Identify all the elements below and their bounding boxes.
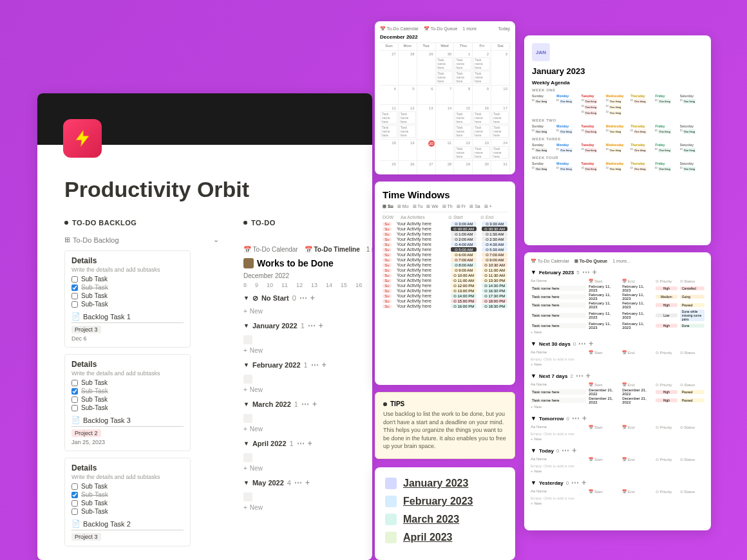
agenda-checkbox-item[interactable]: ☐ One thing <box>655 98 678 104</box>
today-button[interactable]: Today <box>498 26 510 32</box>
toggle-icon[interactable]: ▼ <box>243 440 249 447</box>
calendar-task[interactable]: Task name here <box>492 146 509 159</box>
tab-todo-calendar[interactable]: 📅 To-Do Calendar <box>531 259 569 264</box>
calendar-cell[interactable]: 19 <box>399 140 417 161</box>
new-button[interactable]: +New <box>243 425 372 433</box>
new-button[interactable]: + New <box>531 405 704 409</box>
agenda-checkbox-item[interactable]: ☐ One thing <box>532 147 555 153</box>
tab-more[interactable]: 1 more <box>462 26 477 32</box>
subtask-checkbox[interactable] <box>71 492 78 498</box>
calendar-cell[interactable]: 24Task name here <box>491 140 510 161</box>
day-tab-sa[interactable]: ⊞ Sa <box>469 204 480 209</box>
agenda-checkbox-item[interactable]: ☐ One thing <box>606 166 629 172</box>
add-icon[interactable]: + <box>582 478 586 487</box>
subtask-checkbox[interactable] <box>71 293 78 299</box>
time-window-row[interactable]: SuYour Activity here⊙ 8:00 AM⊙ 10:30 AM <box>383 263 507 267</box>
day-tab-mo[interactable]: ⊞ Mo <box>397 204 409 209</box>
time-window-row[interactable]: SuYour Activity here⊙ 00:00 AM⊙ 00:30 AM <box>383 227 507 231</box>
more-icon[interactable]: ⋯ <box>301 400 309 409</box>
new-button[interactable]: + New <box>531 437 704 441</box>
subtask-checkbox[interactable] <box>71 276 78 283</box>
time-window-row[interactable]: SuYour Activity here⊙ 1:00 AM⊙ 1:30 AM <box>383 232 507 236</box>
agenda-checkbox-item[interactable]: ☐ One thing <box>556 129 580 135</box>
subtask-row[interactable]: Sub-Task <box>71 387 184 395</box>
calendar-cell[interactable]: 17Task name hereTask name here <box>491 105 510 140</box>
time-window-row[interactable]: SuYour Activity here⊙ 13:00 PM⊙ 16:30 PM <box>383 288 507 293</box>
subtask-row[interactable]: Sub-Task <box>71 284 184 291</box>
agenda-checkbox-item[interactable]: ☐ One thing <box>556 147 580 153</box>
timeline-group-header[interactable]: ▼April 20221⋯+ <box>243 439 372 448</box>
agenda-checkbox-item[interactable]: ☐ One thing <box>556 98 580 104</box>
toggle-icon[interactable]: ▼ <box>531 480 536 486</box>
new-button[interactable]: +New <box>243 347 372 354</box>
calendar-cell[interactable]: 7 <box>436 86 455 105</box>
time-window-row[interactable]: SuYour Activity here⊙ 10:00 AM⊙ 11:30 AM <box>383 273 507 277</box>
calendar-task[interactable]: Task name here <box>473 125 490 138</box>
subtask-row[interactable]: Sub-Task <box>71 491 184 498</box>
calendar-cell[interactable]: 22Task name here <box>454 140 473 161</box>
add-icon[interactable]: + <box>582 414 587 423</box>
toggle-icon[interactable]: ▼ <box>531 269 536 275</box>
calendar-task[interactable]: Task name here <box>473 57 490 70</box>
agenda-checkbox-item[interactable]: ☐ One thing <box>630 166 654 172</box>
agenda-checkbox-item[interactable]: ☐ One thing <box>582 166 605 172</box>
calendar-cell[interactable]: 1Task name hereTask name here <box>454 51 473 86</box>
subtask-checkbox[interactable] <box>71 388 78 395</box>
time-window-row[interactable]: SuYour Activity here⊙ 9:00 AM⊙ 11:00 AM <box>383 268 507 272</box>
tab-todo-queue[interactable]: 📅 To-Do Queue <box>424 26 457 32</box>
calendar-cell[interactable]: 2Task name hereTask name here <box>473 51 491 86</box>
day-tab-th[interactable]: ⊞ Th <box>442 204 453 209</box>
calendar-cell[interactable]: 6 <box>417 86 436 105</box>
time-window-row[interactable]: SuYour Activity here⊙ 5:00 AM⊙ 5:30 AM <box>383 247 507 252</box>
calendar-task[interactable]: Task name here <box>381 111 397 124</box>
subtask-row[interactable]: Sub-Task <box>71 404 184 411</box>
new-button[interactable]: + New <box>531 469 704 473</box>
subtask-checkbox[interactable] <box>71 405 78 411</box>
subtask-checkbox[interactable] <box>71 285 78 291</box>
calendar-task[interactable]: Task name here <box>473 71 490 84</box>
agenda-checkbox-item[interactable]: ☐ One thing <box>582 110 605 116</box>
toggle-icon[interactable]: ▼ <box>531 447 536 454</box>
new-button[interactable]: + New <box>531 330 704 334</box>
calendar-cell[interactable]: 15Task name hereTask name here <box>454 105 473 140</box>
toggle-icon[interactable]: ▼ <box>243 362 249 368</box>
backlog-task-link[interactable]: 📄Backlog Task 1 <box>71 310 184 323</box>
queue-row[interactable]: Task name hereFebruary 11, 2023February … <box>531 285 704 292</box>
more-icon[interactable]: ⋯ <box>311 360 319 369</box>
month-link[interactable]: January 2023 <box>385 478 505 489</box>
agenda-checkbox-item[interactable]: ☐ One thing <box>680 98 703 104</box>
agenda-checkbox-item[interactable]: ☐ One thing <box>680 147 703 153</box>
calendar-cell[interactable]: 18 <box>380 140 399 161</box>
day-tab-+[interactable]: ⊞ + <box>484 204 492 209</box>
time-window-row[interactable]: SuYour Activity here⊙ 14:00 PM⊙ 17:30 PM <box>383 294 507 298</box>
day-tab-fr[interactable]: ⊞ Fr <box>457 204 466 209</box>
empty-row[interactable]: Empty. Click to add a row <box>531 463 704 469</box>
queue-row[interactable]: Task name hereFebruary 11, 2023February … <box>531 310 704 321</box>
add-icon[interactable]: + <box>305 478 310 487</box>
calendar-cell[interactable]: 9 <box>473 86 491 105</box>
empty-row[interactable]: Empty. Click to add a row <box>531 431 704 437</box>
view-tab-backlog[interactable]: ⊞ To-Do Backlog ⌄ <box>64 236 219 244</box>
toggle-icon[interactable]: ▼ <box>531 415 536 422</box>
day-tab-we[interactable]: ⊞ We <box>426 204 438 209</box>
time-window-row[interactable]: SuYour Activity here⊙ 15:00 PM⊙ 18:00 PM <box>383 299 507 303</box>
agenda-checkbox-item[interactable]: ☐ One thing <box>582 98 605 104</box>
agenda-checkbox-item[interactable]: ☐ One thing <box>655 147 678 153</box>
add-icon[interactable]: + <box>322 360 326 369</box>
calendar-cell[interactable]: 14 <box>436 105 455 140</box>
tab-todo-queue[interactable]: ⊞ To-Do Queue <box>574 259 607 264</box>
timeline-item[interactable] <box>243 453 372 462</box>
add-icon[interactable]: + <box>592 268 597 277</box>
calendar-cell[interactable]: 20 <box>417 140 436 161</box>
calendar-cell[interactable]: 29 <box>417 51 436 86</box>
tab-more[interactable]: 1 more... <box>612 259 630 264</box>
calendar-task[interactable]: Task name here <box>381 125 397 138</box>
toggle-icon[interactable]: ▼ <box>243 480 249 486</box>
subtask-checkbox[interactable] <box>71 509 78 515</box>
queue-row[interactable]: Task name hereFebruary 11, 2023February … <box>531 293 704 301</box>
queue-section-header[interactable]: ▼Yesterday0⋯+ <box>531 478 704 487</box>
timeline-item[interactable] <box>243 375 372 384</box>
backlog-card[interactable]: DetailsWrite the details and add subtask… <box>64 458 191 546</box>
calendar-cell[interactable]: 3 <box>491 51 510 86</box>
agenda-checkbox-item[interactable]: ☐ One thing <box>532 129 555 135</box>
